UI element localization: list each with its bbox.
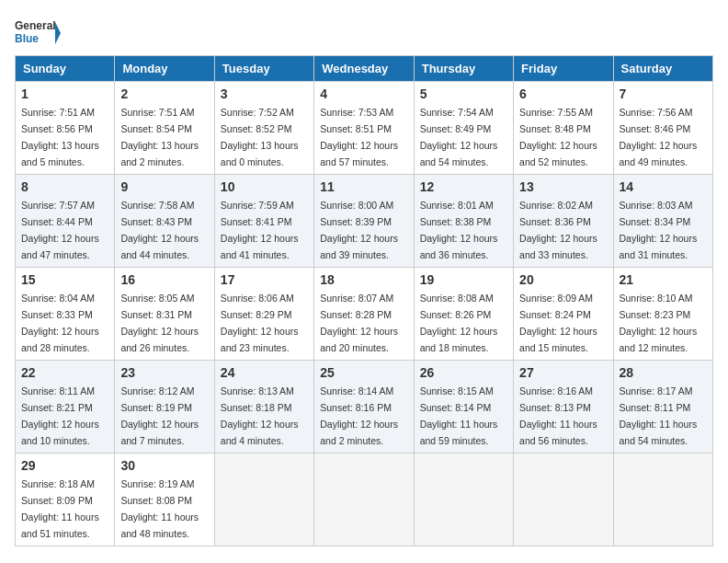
calendar-cell: 16 Sunrise: 8:05 AMSunset: 8:31 PMDaylig… [115,268,214,361]
svg-text:Blue: Blue [15,32,39,45]
day-number: 21 [620,272,707,287]
day-number: 29 [21,458,108,473]
calendar-cell: 6 Sunrise: 7:55 AMSunset: 8:48 PMDayligh… [514,82,613,175]
day-number: 11 [320,179,407,194]
day-detail: Sunrise: 7:58 AMSunset: 8:43 PMDaylight:… [120,200,199,260]
day-number: 15 [21,272,108,287]
calendar-cell: 8 Sunrise: 7:57 AMSunset: 8:44 PMDayligh… [16,175,115,268]
calendar-cell: 21 Sunrise: 8:10 AMSunset: 8:23 PMDaylig… [613,268,712,361]
day-detail: Sunrise: 7:52 AMSunset: 8:52 PMDaylight:… [221,107,299,167]
calendar-cell: 12 Sunrise: 8:01 AMSunset: 8:38 PMDaylig… [414,175,513,268]
day-number: 20 [519,272,607,287]
calendar-cell [613,454,712,546]
day-number: 27 [519,365,607,380]
calendar-cell: 26 Sunrise: 8:15 AMSunset: 8:14 PMDaylig… [414,361,513,454]
calendar-cell [314,454,414,546]
calendar-week-2: 8 Sunrise: 7:57 AMSunset: 8:44 PMDayligh… [16,175,713,268]
day-number: 18 [320,272,407,287]
day-number: 10 [221,179,308,194]
calendar-week-1: 1 Sunrise: 7:51 AMSunset: 8:56 PMDayligh… [16,82,713,175]
calendar-week-4: 22 Sunrise: 8:11 AMSunset: 8:21 PMDaylig… [16,361,713,454]
col-header-sunday: Sunday [16,56,115,82]
calendar-cell: 29 Sunrise: 8:18 AMSunset: 8:09 PMDaylig… [16,454,115,546]
day-detail: Sunrise: 7:51 AMSunset: 8:56 PMDaylight:… [21,107,99,167]
day-number: 30 [120,458,208,473]
day-detail: Sunrise: 8:00 AMSunset: 8:39 PMDaylight:… [320,200,398,260]
day-detail: Sunrise: 8:04 AMSunset: 8:33 PMDaylight:… [21,293,99,353]
day-detail: Sunrise: 8:09 AMSunset: 8:24 PMDaylight:… [519,293,597,353]
col-header-saturday: Saturday [613,56,712,82]
day-number: 3 [221,86,308,101]
calendar-cell: 27 Sunrise: 8:16 AMSunset: 8:13 PMDaylig… [514,361,613,454]
day-number: 7 [620,86,707,101]
day-number: 17 [221,272,308,287]
day-number: 28 [620,365,707,380]
day-number: 4 [320,86,407,101]
calendar-cell: 15 Sunrise: 8:04 AMSunset: 8:33 PMDaylig… [16,268,115,361]
header: General Blue [15,15,713,52]
calendar-week-3: 15 Sunrise: 8:04 AMSunset: 8:33 PMDaylig… [16,268,713,361]
day-number: 14 [620,179,707,194]
calendar: SundayMondayTuesdayWednesdayThursdayFrid… [15,55,713,546]
day-number: 26 [420,365,507,380]
day-detail: Sunrise: 8:17 AMSunset: 8:11 PMDaylight:… [620,385,698,446]
calendar-cell: 10 Sunrise: 7:59 AMSunset: 8:41 PMDaylig… [214,175,313,268]
day-number: 5 [420,86,507,101]
day-number: 9 [120,179,208,194]
calendar-cell: 25 Sunrise: 8:14 AMSunset: 8:16 PMDaylig… [314,361,414,454]
calendar-cell: 19 Sunrise: 8:08 AMSunset: 8:26 PMDaylig… [414,268,513,361]
calendar-cell: 5 Sunrise: 7:54 AMSunset: 8:49 PMDayligh… [414,82,513,175]
day-detail: Sunrise: 8:01 AMSunset: 8:38 PMDaylight:… [420,200,498,260]
calendar-cell: 1 Sunrise: 7:51 AMSunset: 8:56 PMDayligh… [16,82,115,175]
day-number: 22 [21,365,108,380]
day-detail: Sunrise: 7:57 AMSunset: 8:44 PMDaylight:… [21,200,99,260]
day-number: 2 [120,86,208,101]
calendar-cell: 17 Sunrise: 8:06 AMSunset: 8:29 PMDaylig… [214,268,313,361]
day-detail: Sunrise: 7:56 AMSunset: 8:46 PMDaylight:… [620,107,698,167]
calendar-cell [514,454,613,546]
day-detail: Sunrise: 8:12 AMSunset: 8:19 PMDaylight:… [120,385,199,446]
day-detail: Sunrise: 8:16 AMSunset: 8:13 PMDaylight:… [519,385,597,446]
calendar-cell: 14 Sunrise: 8:03 AMSunset: 8:34 PMDaylig… [613,175,712,268]
calendar-cell: 2 Sunrise: 7:51 AMSunset: 8:54 PMDayligh… [115,82,214,175]
col-header-tuesday: Tuesday [214,56,313,82]
logo-svg: General Blue [15,15,61,52]
day-number: 19 [420,272,507,287]
day-detail: Sunrise: 7:59 AMSunset: 8:41 PMDaylight:… [221,200,299,260]
calendar-header-row: SundayMondayTuesdayWednesdayThursdayFrid… [16,56,713,82]
col-header-wednesday: Wednesday [314,56,414,82]
col-header-thursday: Thursday [414,56,513,82]
calendar-cell: 22 Sunrise: 8:11 AMSunset: 8:21 PMDaylig… [16,361,115,454]
calendar-week-5: 29 Sunrise: 8:18 AMSunset: 8:09 PMDaylig… [16,454,713,546]
day-detail: Sunrise: 7:54 AMSunset: 8:49 PMDaylight:… [420,107,498,167]
day-detail: Sunrise: 7:55 AMSunset: 8:48 PMDaylight:… [519,107,597,167]
day-detail: Sunrise: 8:05 AMSunset: 8:31 PMDaylight:… [120,293,199,353]
calendar-cell [214,454,313,546]
calendar-cell: 7 Sunrise: 7:56 AMSunset: 8:46 PMDayligh… [613,82,712,175]
calendar-cell: 3 Sunrise: 7:52 AMSunset: 8:52 PMDayligh… [214,82,313,175]
day-number: 8 [21,179,108,194]
day-number: 16 [120,272,208,287]
logo: General Blue [15,15,61,52]
day-detail: Sunrise: 8:07 AMSunset: 8:28 PMDaylight:… [320,293,398,353]
day-detail: Sunrise: 8:02 AMSunset: 8:36 PMDaylight:… [519,200,597,260]
day-number: 12 [420,179,507,194]
svg-text:General: General [15,19,56,32]
day-detail: Sunrise: 8:03 AMSunset: 8:34 PMDaylight:… [620,200,698,260]
day-number: 1 [21,86,108,101]
svg-marker-2 [55,22,61,44]
calendar-cell: 24 Sunrise: 8:13 AMSunset: 8:18 PMDaylig… [214,361,313,454]
day-number: 25 [320,365,407,380]
day-detail: Sunrise: 8:10 AMSunset: 8:23 PMDaylight:… [620,293,698,353]
calendar-cell: 13 Sunrise: 8:02 AMSunset: 8:36 PMDaylig… [514,175,613,268]
calendar-cell: 9 Sunrise: 7:58 AMSunset: 8:43 PMDayligh… [115,175,214,268]
day-detail: Sunrise: 7:53 AMSunset: 8:51 PMDaylight:… [320,107,398,167]
day-number: 24 [221,365,308,380]
calendar-cell: 28 Sunrise: 8:17 AMSunset: 8:11 PMDaylig… [613,361,712,454]
day-number: 6 [519,86,607,101]
calendar-cell: 30 Sunrise: 8:19 AMSunset: 8:08 PMDaylig… [115,454,214,546]
calendar-cell [414,454,513,546]
calendar-cell: 18 Sunrise: 8:07 AMSunset: 8:28 PMDaylig… [314,268,414,361]
calendar-cell: 23 Sunrise: 8:12 AMSunset: 8:19 PMDaylig… [115,361,214,454]
calendar-cell: 20 Sunrise: 8:09 AMSunset: 8:24 PMDaylig… [514,268,613,361]
